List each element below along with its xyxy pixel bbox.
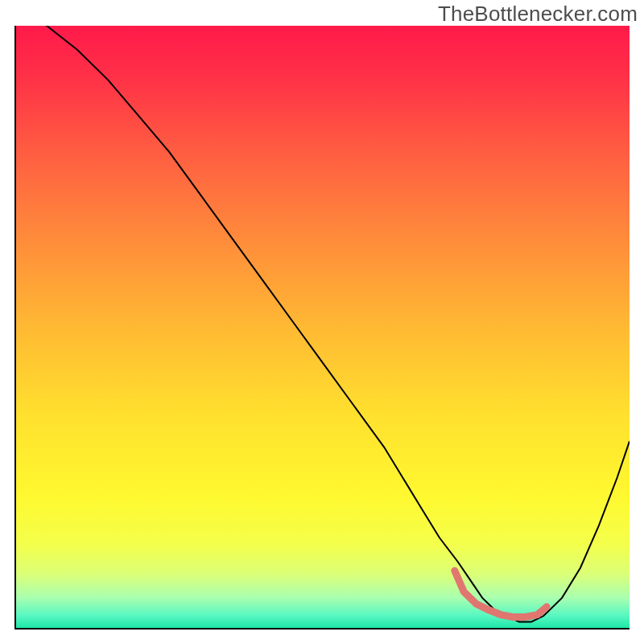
bottleneck-curve-line (16, 26, 630, 622)
chart-curves (16, 26, 630, 628)
plot-area (14, 26, 630, 630)
watermark-text: TheBottlenecker.com (438, 2, 638, 27)
bottleneck-chart: TheBottlenecker.com (0, 0, 644, 644)
